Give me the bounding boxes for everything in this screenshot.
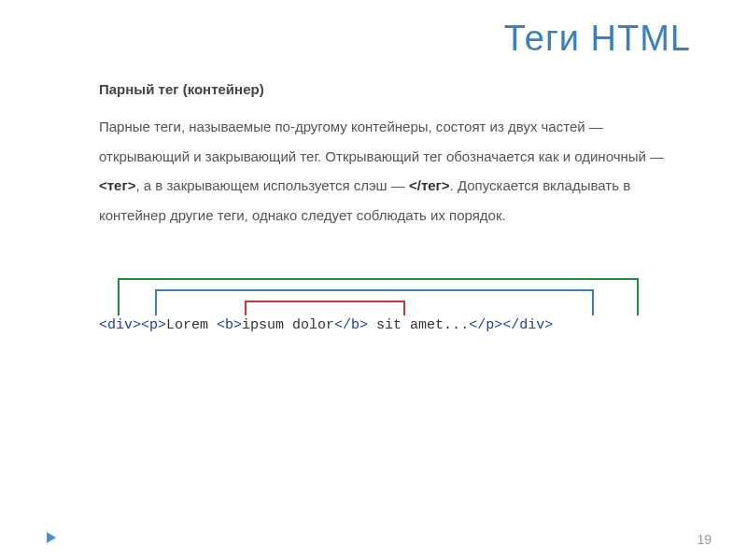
- code-line: <div><p>Lorem <b>ipsum dolor</b> sit ame…: [99, 317, 553, 333]
- triangle-icon: [47, 532, 56, 543]
- code-text-3: sit amet...: [368, 317, 469, 333]
- body-text: Парные теги, называемые по-другому конте…: [47, 112, 700, 230]
- bracket-inner: [245, 301, 405, 315]
- code-p-open: <p>: [141, 317, 166, 333]
- tag-close-example: </тег>: [409, 177, 450, 193]
- code-p-close: </p>: [469, 317, 502, 333]
- body-part-1: Парные теги, называемые по-другому конте…: [99, 119, 664, 164]
- code-div-close: </div>: [502, 317, 553, 333]
- code-text-2: ipsum dolor: [242, 317, 334, 333]
- page-title: Теги HTML: [47, 19, 700, 59]
- subtitle: Парный тег (контейнер): [47, 81, 700, 97]
- body-part-2: , а в закрывающем используется слэш —: [135, 177, 409, 193]
- code-div-open: <div>: [99, 317, 141, 333]
- code-text-1: Lorem: [166, 317, 217, 333]
- code-b-close: </b>: [334, 317, 368, 333]
- slide: Теги HTML Парный тег (контейнер) Парные …: [0, 0, 747, 560]
- code-b-open: <b>: [217, 317, 242, 333]
- page-number: 19: [697, 532, 712, 547]
- tag-open-example: <тег>: [99, 177, 135, 193]
- nesting-diagram: <div><p>Lorem <b>ipsum dolor</b> sit ame…: [99, 273, 697, 338]
